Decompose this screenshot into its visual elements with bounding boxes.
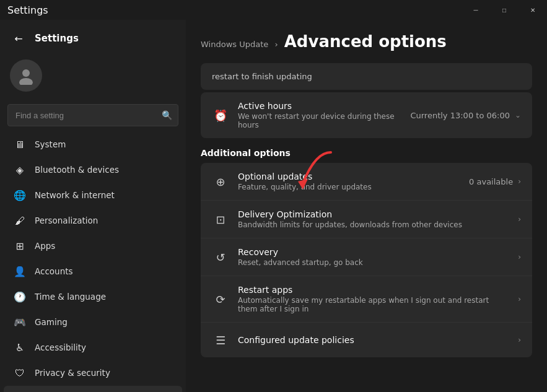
maximize-button[interactable]: □ <box>490 0 519 20</box>
delivery-optimization-text: Delivery OptimizationBandwidth limits fo… <box>238 209 509 229</box>
sidebar-item-gaming[interactable]: 🎮Gaming <box>4 310 182 334</box>
options-card: ⊕Optional updatesFeature, quality, and d… <box>201 163 532 357</box>
svg-point-1 <box>19 78 33 85</box>
delivery-optimization-right: › <box>518 215 521 224</box>
delivery-optimization-row[interactable]: ⊡Delivery OptimizationBandwidth limits f… <box>201 201 532 238</box>
configured-policies-title: Configured update policies <box>238 335 509 345</box>
minimize-button[interactable]: ─ <box>462 0 490 20</box>
recovery-icon: ↺ <box>212 248 229 266</box>
avatar <box>10 59 42 92</box>
recovery-row[interactable]: ↺RecoveryReset, advanced startup, go bac… <box>201 238 532 276</box>
optional-updates-right: 0 available› <box>469 177 521 186</box>
recovery-right: › <box>518 253 521 261</box>
sidebar-label-apps: Apps <box>35 241 55 251</box>
personalization-icon: 🖌 <box>14 214 26 227</box>
search-icon: 🔍 <box>162 110 172 120</box>
optional-updates-value: 0 available <box>469 177 513 186</box>
restart-apps-subtitle: Automatically save my restartable apps w… <box>238 296 509 313</box>
titlebar: Settings ─ □ ✕ <box>0 0 547 20</box>
delivery-optimization-subtitle: Bandwidth limits for updates, downloads … <box>238 220 509 229</box>
optional-updates-chevron-icon: › <box>518 177 521 186</box>
accessibility-icon: ♿ <box>14 341 26 354</box>
sidebar-label-system: System <box>35 139 66 149</box>
close-button[interactable]: ✕ <box>519 0 547 20</box>
restart-apps-title: Restart apps <box>238 285 509 295</box>
svg-point-0 <box>22 69 30 77</box>
active-hours-right: Currently 13:00 to 06:00 ⌄ <box>410 111 521 120</box>
active-hours-chevron-icon: ⌄ <box>515 111 521 120</box>
sidebar: ← Settings 🔍 🖥System◈Bluetooth & devices… <box>0 20 186 392</box>
configured-policies-right: › <box>518 336 521 344</box>
sidebar-label-network: Network & internet <box>35 190 115 200</box>
breadcrumb-link[interactable]: Windows Update <box>201 40 268 49</box>
search-box: 🔍 <box>7 104 178 126</box>
sidebar-item-privacy[interactable]: 🛡Privacy & security <box>4 360 182 385</box>
search-input[interactable] <box>7 104 178 126</box>
recovery-title: Recovery <box>238 247 509 257</box>
active-hours-subtitle: We won't restart your device during thes… <box>238 112 401 129</box>
active-hours-text: Active hours We won't restart your devic… <box>238 101 401 129</box>
configured-policies-chevron-icon: › <box>518 336 521 344</box>
titlebar-title: Settings <box>7 4 48 16</box>
delivery-optimization-icon: ⊡ <box>212 211 229 228</box>
optional-updates-row[interactable]: ⊕Optional updatesFeature, quality, and d… <box>201 163 532 201</box>
back-button[interactable]: ← <box>10 30 27 47</box>
sidebar-item-personalization[interactable]: 🖌Personalization <box>4 208 182 233</box>
content-area: Windows Update › Advanced options restar… <box>186 20 547 392</box>
sidebar-item-network[interactable]: 🌐Network & internet <box>4 183 182 207</box>
content-header: Windows Update › Advanced options <box>201 20 532 63</box>
optional-updates-icon: ⊕ <box>212 173 229 190</box>
active-hours-row[interactable]: ⏰ Active hours We won't restart your dev… <box>201 92 532 138</box>
sidebar-item-accessibility[interactable]: ♿Accessibility <box>4 335 182 360</box>
sidebar-label-bluetooth: Bluetooth & devices <box>35 165 119 175</box>
main-layout: ← Settings 🔍 🖥System◈Bluetooth & devices… <box>0 20 547 392</box>
sidebar-item-system[interactable]: 🖥System <box>4 132 182 157</box>
configured-policies-text: Configured update policies <box>238 335 509 345</box>
active-hours-value: Currently 13:00 to 06:00 <box>410 111 510 120</box>
active-hours-card[interactable]: ⏰ Active hours We won't restart your dev… <box>201 92 532 138</box>
breadcrumb: Windows Update › Advanced options <box>201 32 532 51</box>
recovery-text: RecoveryReset, advanced startup, go back <box>238 247 509 267</box>
restart-notice-row: restart to finish updating <box>201 63 532 90</box>
sidebar-label-gaming: Gaming <box>35 317 68 327</box>
recovery-chevron-icon: › <box>518 253 521 261</box>
sidebar-label-time: Time & language <box>35 292 106 302</box>
active-hours-title: Active hours <box>238 101 401 111</box>
sidebar-item-time[interactable]: 🕐Time & language <box>4 284 182 309</box>
restart-apps-chevron-icon: › <box>518 295 521 303</box>
time-icon: 🕐 <box>14 290 26 303</box>
configured-policies-icon: ☰ <box>212 331 229 349</box>
nav-list: 🖥System◈Bluetooth & devices🌐Network & in… <box>0 131 186 392</box>
additional-options-label: Additional options <box>201 148 532 158</box>
sidebar-label-privacy: Privacy & security <box>35 368 110 378</box>
delivery-optimization-chevron-icon: › <box>518 215 521 224</box>
sidebar-item-accounts[interactable]: 👤Accounts <box>4 259 182 284</box>
sidebar-header: ← Settings <box>0 20 186 54</box>
sidebar-label-personalization: Personalization <box>35 216 98 225</box>
sidebar-item-bluetooth[interactable]: ◈Bluetooth & devices <box>4 157 182 182</box>
optional-updates-title: Optional updates <box>238 172 460 181</box>
optional-updates-subtitle: Feature, quality, and driver updates <box>238 183 460 191</box>
optional-updates-text: Optional updatesFeature, quality, and dr… <box>238 172 460 191</box>
titlebar-left: Settings <box>7 4 48 16</box>
delivery-optimization-title: Delivery Optimization <box>238 209 509 219</box>
recovery-subtitle: Reset, advanced startup, go back <box>238 258 509 267</box>
restart-apps-right: › <box>518 295 521 303</box>
sidebar-item-apps[interactable]: ⊞Apps <box>4 233 182 258</box>
accounts-icon: 👤 <box>14 265 26 277</box>
network-icon: 🌐 <box>14 189 26 201</box>
sidebar-label-accessibility: Accessibility <box>35 342 86 352</box>
bluetooth-icon: ◈ <box>14 163 26 176</box>
restart-apps-text: Restart appsAutomatically save my restar… <box>238 285 509 313</box>
restart-apps-icon: ⟳ <box>212 290 229 308</box>
gaming-icon: 🎮 <box>14 316 26 328</box>
page-title: Advanced options <box>284 32 447 51</box>
app-title: Settings <box>35 33 79 44</box>
restart-apps-row[interactable]: ⟳Restart appsAutomatically save my resta… <box>201 276 532 323</box>
sidebar-item-windows-update[interactable]: 🔄Windows Update <box>4 386 182 392</box>
user-section <box>0 54 186 102</box>
configured-policies-row[interactable]: ☰Configured update policies› <box>201 323 532 357</box>
breadcrumb-separator: › <box>274 40 278 49</box>
active-hours-icon: ⏰ <box>212 107 229 124</box>
sidebar-label-accounts: Accounts <box>35 266 73 276</box>
